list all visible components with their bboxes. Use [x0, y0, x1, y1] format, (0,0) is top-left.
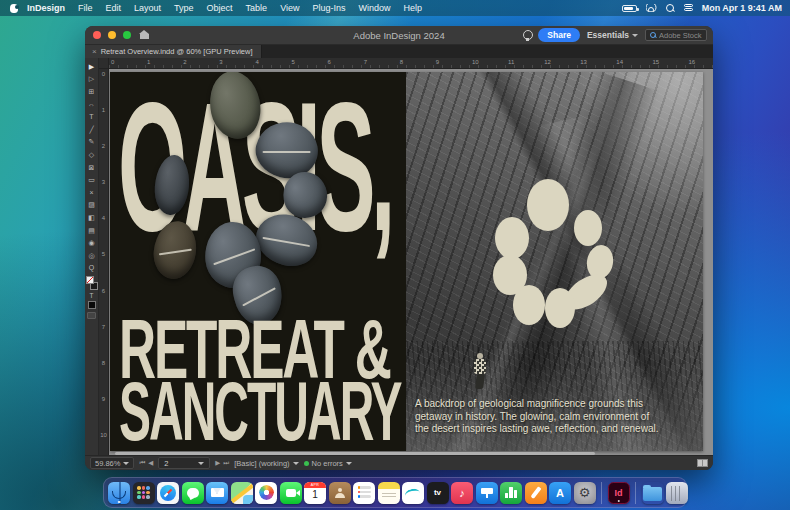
- gradient-feather-tool[interactable]: ▤: [85, 224, 98, 237]
- dock-music-icon[interactable]: ♪: [451, 482, 473, 504]
- dock-keynote-icon[interactable]: [476, 482, 498, 504]
- dock-photos-icon[interactable]: [255, 482, 277, 504]
- apply-color-button[interactable]: [88, 301, 96, 309]
- desktop: InDesign File Edit Layout Type Object Ta…: [0, 0, 790, 510]
- chevron-down-icon: [123, 462, 129, 465]
- horizontal-ruler[interactable]: 012345678910111213141516: [109, 58, 713, 69]
- dock-downloads-icon[interactable]: [642, 482, 664, 504]
- window-title-bar[interactable]: Adobe InDesign 2024 Share Essentials Ado…: [85, 26, 713, 45]
- spread[interactable]: OASIS, RETREAT & SANCTUARY: [110, 72, 703, 451]
- zoom-level-control[interactable]: 59.86%: [90, 457, 134, 469]
- menu-edit[interactable]: Edit: [106, 3, 122, 13]
- document-tab[interactable]: × Retreat Overview.indd @ 60% [GPU Previ…: [85, 45, 262, 58]
- dock-reminders-icon[interactable]: [353, 482, 375, 504]
- dock-safari-icon[interactable]: [157, 482, 179, 504]
- document-canvas[interactable]: OASIS, RETREAT & SANCTUARY: [109, 69, 713, 455]
- gap-tool[interactable]: ⇔: [85, 98, 98, 111]
- menu-type[interactable]: Type: [174, 3, 194, 13]
- page-tool[interactable]: ⊞: [85, 85, 98, 98]
- menu-layout[interactable]: Layout: [134, 3, 161, 13]
- menu-bar-clock[interactable]: Mon Apr 1 9:41 AM: [702, 3, 782, 13]
- rectangle-frame-tool[interactable]: ⊠: [85, 161, 98, 174]
- zoom-window-button[interactable]: [123, 31, 131, 39]
- last-page-button[interactable]: ⏭: [223, 459, 229, 467]
- menu-table[interactable]: Table: [246, 3, 268, 13]
- dock-settings-icon[interactable]: ⚙: [574, 482, 596, 504]
- eyedropper-tool[interactable]: ◉: [85, 236, 98, 249]
- dock-pages-icon[interactable]: [525, 482, 547, 504]
- running-indicator: [118, 501, 121, 504]
- adobe-stock-search[interactable]: Adobe Stock: [645, 29, 707, 41]
- gradient-swatch-tool[interactable]: ◧: [85, 211, 98, 224]
- page-left[interactable]: OASIS, RETREAT & SANCTUARY: [110, 72, 406, 451]
- first-page-button[interactable]: ⏮: [139, 459, 145, 467]
- dock-messages-icon[interactable]: [182, 482, 204, 504]
- fill-swatch[interactable]: [86, 276, 94, 284]
- menu-bar: InDesign File Edit Layout Type Object Ta…: [0, 0, 790, 16]
- dock-finder-icon[interactable]: [108, 482, 130, 504]
- direct-selection-tool[interactable]: ▷: [85, 73, 98, 86]
- hand-tool[interactable]: ◎: [85, 249, 98, 262]
- tab-close-icon[interactable]: ×: [92, 47, 97, 56]
- free-transform-tool[interactable]: ▨: [85, 199, 98, 212]
- preflight-status[interactable]: No errors: [304, 459, 352, 468]
- rectangle-tool[interactable]: ▭: [85, 173, 98, 186]
- dock-calendar-icon[interactable]: APR 1: [304, 482, 326, 504]
- dock-facetime-icon[interactable]: [280, 482, 302, 504]
- workspace-switcher[interactable]: Essentials: [587, 30, 638, 40]
- body-caption: A backdrop of geological magnificence gr…: [415, 398, 658, 436]
- dock-freeform-icon[interactable]: [402, 482, 424, 504]
- zoom-tool[interactable]: Q: [85, 262, 98, 275]
- close-window-button[interactable]: [93, 31, 101, 39]
- next-page-button[interactable]: ▶: [215, 459, 220, 467]
- zoom-level-value: 59.86%: [95, 459, 120, 468]
- ruler-origin-corner[interactable]: [99, 58, 109, 69]
- learn-lightbulb-icon[interactable]: [523, 30, 531, 41]
- dock-mail-icon[interactable]: [206, 482, 228, 504]
- menu-window[interactable]: Window: [359, 3, 391, 13]
- control-center-icon[interactable]: [684, 4, 693, 12]
- menu-file[interactable]: File: [78, 3, 93, 13]
- formatting-affects-text-button[interactable]: T: [90, 292, 94, 299]
- dock-trash-icon[interactable]: [666, 482, 688, 504]
- previous-page-button[interactable]: ◀: [148, 459, 153, 467]
- dock-appstore-icon[interactable]: A: [549, 482, 571, 504]
- menu-object[interactable]: Object: [207, 3, 233, 13]
- dock-notes-icon[interactable]: [378, 482, 400, 504]
- dock-contacts-icon[interactable]: [329, 482, 351, 504]
- type-tool[interactable]: T: [85, 110, 98, 123]
- spotlight-search-icon[interactable]: [666, 4, 675, 13]
- headline-sanctuary: SANCTUARY: [119, 370, 401, 451]
- pen-tool[interactable]: ✎: [85, 136, 98, 149]
- line-tool[interactable]: ╱: [85, 123, 98, 136]
- dock-tv-icon[interactable]: tv: [427, 482, 449, 504]
- vertical-ruler[interactable]: 012345678910: [99, 69, 109, 455]
- chevron-down-icon: [293, 462, 299, 465]
- spread-view-button[interactable]: [697, 459, 708, 467]
- dock-numbers-icon[interactable]: [500, 482, 522, 504]
- page-right[interactable]: A backdrop of geological magnificence gr…: [406, 72, 703, 451]
- dock-maps-icon[interactable]: [231, 482, 253, 504]
- selection-tool[interactable]: ▶: [85, 60, 98, 73]
- menu-plugins[interactable]: Plug-Ins: [312, 3, 345, 13]
- share-button[interactable]: Share: [538, 28, 580, 42]
- apple-menu-icon[interactable]: [10, 4, 18, 13]
- dock-indesign-icon[interactable]: Id: [608, 482, 630, 504]
- home-icon[interactable]: [140, 31, 149, 39]
- minimize-window-button[interactable]: [108, 31, 116, 39]
- menu-indesign[interactable]: InDesign: [27, 3, 65, 13]
- battery-icon[interactable]: [622, 5, 637, 12]
- fill-stroke-swatches[interactable]: [86, 276, 98, 290]
- no-errors-indicator-icon: [304, 461, 309, 466]
- document-tab-bar: × Retreat Overview.indd @ 60% [GPU Previ…: [85, 45, 713, 58]
- dock-launchpad-icon[interactable]: [133, 482, 155, 504]
- preflight-profile-menu[interactable]: [Basic] (working): [234, 459, 298, 468]
- screen-mode-button[interactable]: [87, 312, 96, 319]
- page-number-field[interactable]: 2: [158, 457, 210, 469]
- wifi-icon[interactable]: [646, 4, 657, 12]
- menu-view[interactable]: View: [280, 3, 299, 13]
- pencil-tool[interactable]: ◇: [85, 148, 98, 161]
- menu-help[interactable]: Help: [404, 3, 423, 13]
- scissors-tool[interactable]: ×: [85, 186, 98, 199]
- chevron-down-icon: [346, 462, 352, 465]
